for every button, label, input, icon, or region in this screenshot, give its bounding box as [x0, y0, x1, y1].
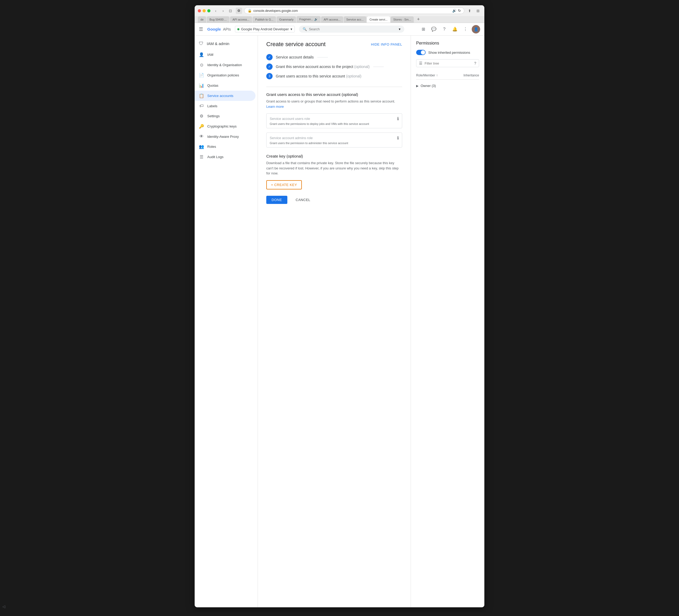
tab-grammarly[interactable]: Grammarly — [277, 16, 296, 23]
project-dot — [237, 28, 239, 30]
search-bar: 🔍 ▾ — [299, 26, 404, 33]
action-buttons: DONE CANCEL — [266, 196, 402, 204]
apps-button[interactable]: ⊞ — [419, 25, 427, 33]
sidebar-item-org-policies[interactable]: 📄 Organisation policies — [195, 70, 256, 80]
minimize-button[interactable] — [202, 9, 206, 12]
new-tab-button[interactable]: ⊞ — [475, 8, 481, 14]
browser-tabs: de Bug 59400:... API access... Publish t… — [195, 16, 484, 23]
sidebar-item-label: Identity & Organisation — [207, 63, 242, 67]
lock-icon: 🔒 — [248, 9, 252, 13]
tab-fragment[interactable]: Fragmen... 🔊 — [297, 16, 320, 23]
grant-section-desc: Grant access to users or groups that nee… — [266, 99, 402, 109]
sidebar-item-label: Labels — [207, 104, 217, 108]
step-divider-2 — [373, 67, 384, 67]
tab-bug[interactable]: Bug 59400:... — [207, 16, 229, 23]
users-role-help-icon[interactable]: ℹ — [397, 116, 399, 121]
filter-input[interactable] — [425, 61, 472, 65]
identity-icon: ⊙ — [199, 62, 204, 67]
tab-api1[interactable]: API access... — [230, 16, 252, 23]
create-key-button[interactable]: + CREATE KEY — [266, 180, 302, 189]
sidebar-item-label: Settings — [207, 114, 220, 118]
learn-more-link[interactable]: Learn more — [266, 104, 284, 109]
admins-role-label: Service account admins role — [270, 136, 313, 140]
sidebar-item-audit-logs[interactable]: ☰ Audit Logs — [195, 152, 256, 162]
avatar[interactable]: 👤 — [472, 25, 480, 33]
sidebar-item-roles[interactable]: 👥 Roles — [195, 142, 256, 152]
tab-serviceacc[interactable]: Service acc... — [344, 16, 366, 23]
filter-icon: ☰ — [419, 61, 422, 65]
info-panel: Permissions Show inherited permissions ☰… — [411, 36, 484, 607]
step-1-circle: ✓ — [266, 54, 272, 60]
address-bar[interactable] — [253, 9, 451, 13]
sidebar-item-iap[interactable]: 👁 Identity-Aware Proxy — [195, 131, 256, 142]
tab-api2[interactable]: API access... — [321, 16, 343, 23]
reload-icon[interactable]: ↻ — [458, 9, 461, 13]
tab-icon-button[interactable]: ⊡ — [227, 8, 234, 14]
sort-icon: ↑ — [436, 73, 438, 77]
top-nav-actions: ⊞ 💬 ? 🔔 ⋮ 👤 — [419, 25, 480, 33]
chat-button[interactable]: 💬 — [429, 25, 438, 33]
labels-icon: 🏷 — [199, 103, 204, 108]
owner-row[interactable]: ▶ Owner (3) — [416, 82, 479, 90]
tab-de[interactable]: de — [198, 16, 206, 23]
sidebar-item-crypto-keys[interactable]: 🔑 Cryptographic keys — [195, 121, 256, 131]
project-selector[interactable]: Google Play Android Developer ▾ — [235, 26, 294, 32]
grant-section-title: Grant users access to this service accou… — [266, 92, 402, 97]
main-area: 🛡 IAM & admin 👤 IAM ⊙ Identity & Organis… — [195, 36, 484, 607]
iam-admin-icon: 🛡 — [199, 41, 203, 47]
back-button[interactable]: ‹ — [213, 8, 219, 14]
sidebar-item-identity[interactable]: ⊙ Identity & Organisation — [195, 60, 256, 70]
more-button[interactable]: ⋮ — [461, 25, 470, 33]
sidebar-item-iam[interactable]: 👤 IAM — [195, 50, 256, 60]
tab-stores[interactable]: Stores - Sm... — [391, 16, 414, 23]
sidebar-item-service-accounts[interactable]: 📋 Service accounts — [195, 91, 256, 101]
traffic-lights[interactable] — [198, 9, 211, 12]
sidebar-item-labels[interactable]: 🏷 Labels — [195, 101, 256, 111]
step-3-label: Grant users access to this service accou… — [276, 74, 361, 78]
search-input[interactable] — [309, 27, 397, 31]
sidebar-item-label: Service accounts — [207, 94, 233, 98]
sidebar: 🛡 IAM & admin 👤 IAM ⊙ Identity & Organis… — [195, 36, 258, 607]
share-button[interactable]: ⬆ — [466, 8, 473, 14]
forward-button[interactable]: › — [220, 8, 226, 14]
users-role-label: Service account users role — [270, 117, 310, 121]
maximize-button[interactable] — [207, 9, 211, 12]
step-2: ✓ Grant this service account access to t… — [266, 63, 402, 70]
page-header: Create service account HIDE INFO PANEL — [266, 41, 402, 48]
filter-help-icon[interactable]: ? — [474, 61, 476, 65]
tab-favicon: ⚙ — [236, 8, 242, 14]
cancel-button[interactable]: CANCEL — [291, 196, 316, 204]
search-icon: 🔍 — [303, 27, 307, 31]
users-role-field: Service account users role ℹ Grant users… — [266, 113, 402, 128]
step-1-label: Service account details — [276, 55, 314, 59]
create-key-desc: Download a file that contains the privat… — [266, 160, 402, 176]
page-title: Create service account — [266, 41, 326, 48]
role-member-header[interactable]: Role/Member ↑ — [416, 73, 438, 77]
address-bar-container: 🔒 🔊 ↻ — [244, 7, 464, 14]
google-apis-logo: Google APIs — [207, 27, 231, 31]
hide-info-panel-button[interactable]: HIDE INFO PANEL — [371, 42, 402, 47]
toggle-row: Show inherited permissions — [416, 50, 479, 55]
step-3: 3 Grant users access to this service acc… — [266, 73, 402, 79]
tab-publish[interactable]: Publish to G... — [253, 16, 276, 23]
close-button[interactable] — [198, 9, 201, 12]
sidebar-item-quotas[interactable]: 📊 Quotas — [195, 80, 256, 91]
top-nav: ☰ Google APIs Google Play Android Develo… — [195, 23, 484, 36]
notifications-button[interactable]: 🔔 — [451, 25, 459, 33]
inherited-permissions-toggle[interactable] — [416, 50, 426, 55]
hamburger-menu[interactable]: ☰ — [199, 26, 203, 32]
inheritance-header: Inheritance — [463, 73, 479, 77]
iam-icon: 👤 — [199, 52, 204, 57]
done-button[interactable]: DONE — [266, 196, 287, 204]
audit-logs-icon: ☰ — [199, 154, 204, 159]
tab-createservi[interactable]: Create servi... — [367, 16, 390, 23]
dropdown-icon[interactable]: ▾ — [399, 27, 400, 31]
project-dropdown-icon: ▾ — [291, 27, 292, 31]
create-key-title: Create key (optional) — [266, 154, 402, 158]
help-button[interactable]: ? — [440, 25, 449, 33]
sidebar-item-settings[interactable]: ⚙ Settings — [195, 111, 256, 121]
add-tab-button[interactable]: + — [415, 16, 422, 23]
iap-icon: 👁 — [199, 134, 204, 139]
admins-role-help-icon[interactable]: ℹ — [397, 135, 399, 141]
create-key-section: Create key (optional) Download a file th… — [266, 154, 402, 189]
